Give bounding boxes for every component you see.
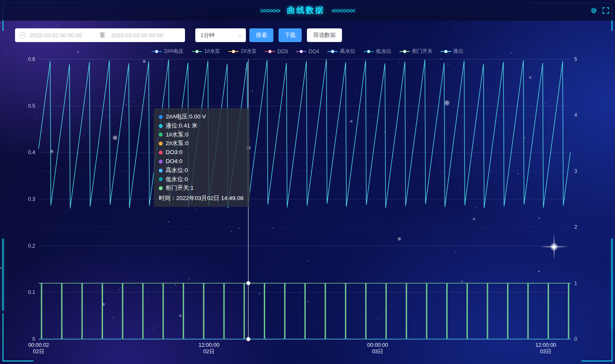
legend-marker-icon <box>441 49 451 54</box>
tooltip-item-text: 低水位:0 <box>166 175 188 184</box>
series-dot-icon <box>159 142 163 146</box>
legend-label: DO3 <box>277 49 288 55</box>
x-axis-tick: 12:00:0002日 <box>198 342 219 355</box>
tooltip-item-text: 柜门开关:1 <box>166 184 194 193</box>
tooltip-item: DO3:0 <box>159 148 245 157</box>
end-date-input[interactable] <box>110 32 176 39</box>
date-range-picker[interactable]: 至 <box>15 28 185 42</box>
bokeh-spot <box>113 136 117 140</box>
download-button[interactable]: 下载 <box>279 28 302 42</box>
header: >>>>>> 曲线数据 <<<<<<< <box>0 0 615 21</box>
legend-item[interactable]: DO3 <box>265 48 288 55</box>
tooltip-item: 高水位:0 <box>159 166 245 175</box>
legend-marker-icon <box>400 49 410 54</box>
start-date-input[interactable] <box>29 32 94 39</box>
page-title: 曲线数据 <box>287 5 325 16</box>
tooltip-item: 2#水泵:0 <box>159 139 245 148</box>
bokeh-spot <box>445 100 449 105</box>
legend-label: 2#A电压 <box>164 48 183 55</box>
y-axis-right-tick: 5 <box>574 56 577 62</box>
filter-data-button[interactable]: 筛选数据 <box>307 28 342 42</box>
y-axis-right-tick: 3 <box>574 168 577 174</box>
legend-item[interactable]: 2#A电压 <box>151 48 183 55</box>
legend-label: DO4 <box>309 49 319 55</box>
bokeh-spot <box>50 150 53 153</box>
legend-label: 高水位 <box>340 48 355 55</box>
y-axis-left-tick: 0 <box>32 336 35 342</box>
tooltip-item-text: DO4:0 <box>166 157 182 166</box>
date-separator: 至 <box>100 31 105 39</box>
header-left-decor: >>>>>> <box>260 7 280 14</box>
legend-item[interactable]: DO4 <box>296 48 319 55</box>
series-dot-icon <box>159 186 163 190</box>
frame-corner-bottom-right <box>582 313 612 361</box>
y-axis-left-tick: 0.4 <box>28 149 35 155</box>
x-axis-tick: 00:00:0202日 <box>28 342 49 355</box>
series-dot-icon <box>159 133 163 136</box>
tooltip-time: 时间：2022年03月02日 14:49.08 <box>159 194 245 203</box>
tooltip-item-text: 液位:0.41 米 <box>166 121 197 130</box>
tooltip-item-text: 2#水泵:0 <box>166 139 188 148</box>
chart-tooltip: 2#A电压:0.00 V液位:0.41 米1#水泵:02#水泵:0DO3:0DO… <box>154 108 250 207</box>
bokeh-spot <box>102 303 105 306</box>
y-axis-left-tick: 0.6 <box>28 56 35 62</box>
legend-item[interactable]: 1#水泵 <box>192 48 220 55</box>
bright-star-flare <box>547 240 561 254</box>
tooltip-item: 2#A电压:0.00 V <box>159 112 245 121</box>
legend-item[interactable]: 低水位 <box>364 48 391 55</box>
legend-item[interactable]: 高水位 <box>327 48 355 55</box>
series-line <box>39 59 570 209</box>
legend-label: 1#水泵 <box>204 48 220 55</box>
crosshair-dot <box>246 281 250 285</box>
tooltip-item-text: DO3:0 <box>166 148 182 157</box>
bokeh-spot <box>179 315 182 317</box>
tooltip-item: 低水位:0 <box>159 175 245 184</box>
legend-marker-icon <box>327 49 338 54</box>
tooltip-item-text: 2#A电压:0.00 V <box>166 112 206 121</box>
legend-marker-icon <box>296 49 306 54</box>
bokeh-spot <box>398 237 401 240</box>
chart-legend: 2#A电压1#水泵2#水泵DO3DO4高水位低水位柜门开关液位 <box>0 48 615 55</box>
series-dot-icon <box>159 169 163 173</box>
y-axis-right-tick: 4 <box>574 112 577 118</box>
frame-edge-left <box>3 239 3 311</box>
search-button[interactable]: 搜索 <box>249 28 273 42</box>
x-axis-tick: 12:00:0003日 <box>535 342 556 355</box>
crosshair-dot <box>246 337 250 341</box>
clock-icon <box>19 32 26 39</box>
settings-gear-icon[interactable] <box>590 7 597 14</box>
header-right-decor: <<<<<<< <box>332 7 355 14</box>
y-axis-right-tick: 0 <box>574 336 577 342</box>
legend-item[interactable]: 2#水泵 <box>228 48 257 55</box>
fullscreen-icon[interactable] <box>603 7 609 14</box>
tooltip-item: 液位:0.41 米 <box>159 121 245 130</box>
chevron-down-icon <box>237 32 242 37</box>
y-axis-left-tick: 0.3 <box>28 196 35 202</box>
tooltip-item: 柜门开关:1 <box>159 184 245 193</box>
series-line <box>39 283 571 339</box>
legend-item[interactable]: 液位 <box>441 48 464 55</box>
legend-marker-icon <box>228 49 239 54</box>
bokeh-spot <box>529 76 531 79</box>
x-axis-tick: 00:00:0003日 <box>367 342 388 355</box>
legend-marker-icon <box>364 49 374 54</box>
series-dot-icon <box>159 151 163 155</box>
bokeh-spot <box>143 60 145 63</box>
app-root: >>>>>> 曲线数据 <<<<<<< 至 1分钟 搜索 下载 筛选数据 2#A… <box>0 0 615 364</box>
legend-item[interactable]: 柜门开关 <box>400 48 433 55</box>
bokeh-spot <box>473 218 475 220</box>
interval-select-value: 1分钟 <box>200 31 215 39</box>
series-dot-icon <box>159 177 163 181</box>
interval-select[interactable]: 1分钟 <box>195 28 246 42</box>
legend-marker-icon <box>151 49 162 54</box>
legend-marker-icon <box>265 49 275 54</box>
y-axis-left-tick: 0.5 <box>28 103 35 109</box>
bokeh-spot <box>350 120 352 122</box>
series-dot-icon <box>159 124 163 128</box>
legend-marker-icon <box>192 49 202 54</box>
legend-label: 柜门开关 <box>412 48 433 55</box>
tooltip-item-text: 1#水泵:0 <box>166 130 188 140</box>
tooltip-item: 1#水泵:0 <box>159 130 245 140</box>
y-axis-right-tick: 1 <box>574 280 577 286</box>
toolbar: 至 1分钟 搜索 下载 筛选数据 <box>15 28 342 42</box>
